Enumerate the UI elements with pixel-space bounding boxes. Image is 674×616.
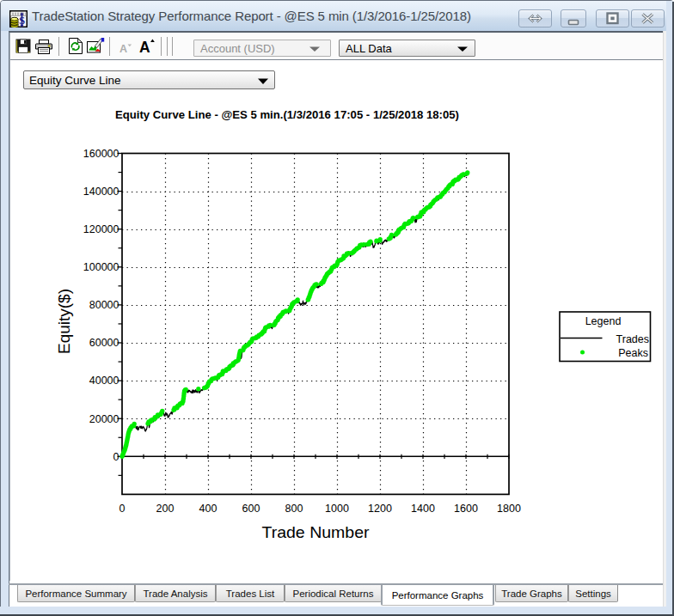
- svg-text:40000: 40000: [89, 375, 119, 387]
- svg-text:60000: 60000: [89, 337, 119, 349]
- svg-text:1400: 1400: [411, 503, 435, 515]
- svg-text:Peaks: Peaks: [618, 347, 648, 359]
- svg-text:Trade Number: Trade Number: [262, 523, 371, 541]
- svg-text:0: 0: [119, 503, 126, 515]
- svg-text:400: 400: [199, 503, 218, 515]
- svg-text:1200: 1200: [368, 503, 392, 515]
- svg-text:Equity($): Equity($): [55, 289, 73, 354]
- svg-text:1600: 1600: [454, 503, 478, 515]
- svg-text:1000: 1000: [325, 503, 349, 515]
- svg-text:80000: 80000: [89, 299, 119, 311]
- svg-text:120000: 120000: [83, 223, 119, 235]
- svg-text:Trades: Trades: [616, 333, 649, 345]
- svg-text:160000: 160000: [83, 148, 119, 160]
- svg-text:600: 600: [242, 503, 260, 515]
- svg-text:800: 800: [285, 503, 303, 515]
- svg-text:0: 0: [113, 451, 119, 463]
- svg-text:Equity Curve Line - @ES 5 min.: Equity Curve Line - @ES 5 min.(1/3/2016 …: [115, 108, 459, 121]
- svg-text:140000: 140000: [83, 186, 119, 198]
- svg-text:200: 200: [156, 503, 175, 515]
- svg-text:20000: 20000: [89, 413, 119, 425]
- svg-text:1800: 1800: [497, 503, 521, 515]
- svg-text:100000: 100000: [83, 261, 119, 273]
- svg-text:Legend: Legend: [585, 315, 622, 327]
